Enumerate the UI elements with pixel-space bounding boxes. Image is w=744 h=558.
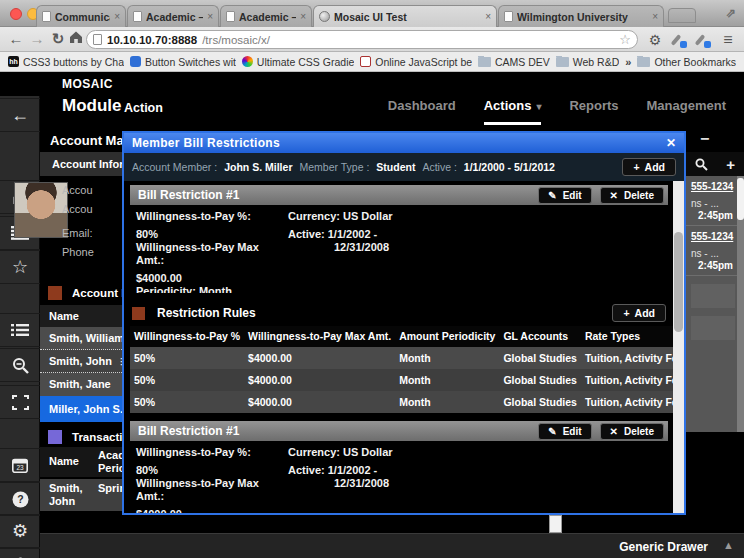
new-tab-button[interactable] bbox=[668, 8, 696, 23]
table-row[interactable]: 50% $4000.00 Month Global Studies Tuitio… bbox=[130, 369, 684, 391]
add-label: Add bbox=[645, 161, 665, 173]
search-icon[interactable] bbox=[695, 158, 708, 171]
tab-label: Wilmington University bbox=[517, 11, 648, 23]
close-icon[interactable]: ✕ bbox=[666, 136, 676, 150]
home-button[interactable] bbox=[66, 29, 86, 49]
phone-link[interactable]: 555-1234 bbox=[691, 231, 735, 242]
screen: Communication – Dash × Academic – Academ… bbox=[0, 0, 744, 558]
generic-drawer-bar[interactable]: Generic Drawer ▲ bbox=[40, 533, 744, 558]
bookmark-item[interactable]: Ultimate CSS Gradie bbox=[242, 56, 354, 68]
calendar-icon[interactable]: 23 bbox=[0, 448, 40, 482]
extension-wrench-icon[interactable] bbox=[672, 33, 686, 47]
member-type-label: Member Type : bbox=[299, 161, 369, 173]
page-scrollbar-thumb[interactable] bbox=[549, 515, 562, 533]
table-row[interactable]: 50% $4000.00 Month Global Studies Tuitio… bbox=[130, 391, 684, 413]
add-icon[interactable]: + bbox=[726, 156, 735, 173]
browser-tab-active[interactable]: Mosaic UI Test × bbox=[313, 5, 497, 27]
tab-close-icon[interactable]: × bbox=[114, 11, 120, 22]
comm-text: ns - ... bbox=[691, 198, 735, 209]
modal-scrollbar-track[interactable] bbox=[673, 181, 684, 515]
tab-close-icon[interactable]: × bbox=[485, 11, 491, 22]
bookmark-folder[interactable]: Web R&D bbox=[556, 56, 619, 68]
delete-button[interactable]: ✕ Delete bbox=[600, 423, 664, 440]
nav-actions[interactable]: Actions▾ bbox=[484, 98, 542, 125]
gear-icon[interactable]: ⚙ bbox=[645, 30, 665, 50]
blue-badge-icon bbox=[130, 56, 141, 67]
minimize-panel-icon[interactable]: − bbox=[700, 130, 709, 148]
expand-icon[interactable] bbox=[0, 385, 40, 419]
edit-button[interactable]: ✎ Edit bbox=[538, 423, 591, 440]
bill-restriction-card: Bill Restriction #1 ✎ Edit ✕ Delete bbox=[130, 421, 668, 515]
bookmark-folder[interactable]: Other Bookmarks bbox=[637, 56, 736, 68]
browser-tab[interactable]: Wilmington University × bbox=[498, 5, 664, 27]
transaction-name: Smith, John bbox=[49, 482, 91, 508]
table-row[interactable]: 50% $4000.00 Month Global Studies Tuitio… bbox=[130, 347, 684, 369]
search-zoom-icon[interactable] bbox=[0, 348, 40, 382]
phone-link[interactable]: 555-1234 bbox=[691, 181, 735, 192]
address-bar[interactable]: 10.10.10.70:8888 /trs/mosaic/x/ ☆ bbox=[86, 30, 638, 49]
page-icon bbox=[226, 11, 235, 22]
nav-actions-label: Actions bbox=[484, 98, 532, 113]
comm-scrollbar-thumb[interactable] bbox=[737, 178, 744, 220]
tab-label: Academic – Academic P bbox=[146, 11, 203, 23]
page-icon bbox=[42, 11, 51, 22]
modal-scrollbar-thumb[interactable] bbox=[674, 232, 683, 332]
comm-entry[interactable]: 555-1234 ns - ... 2:45pm bbox=[686, 226, 744, 276]
comm-entry[interactable]: 555-1234 ns - ... 2:45pm bbox=[686, 176, 744, 226]
member-name: Smith, John bbox=[49, 355, 112, 367]
tab-close-icon[interactable]: × bbox=[300, 11, 306, 22]
rate-types-cell: Tuition, Activity Fee bbox=[581, 347, 684, 369]
browser-tab[interactable]: Academic – Academic P × bbox=[127, 5, 219, 27]
tab-close-icon[interactable]: × bbox=[207, 11, 213, 22]
bookmark-label: CSS3 buttons by Cha bbox=[23, 56, 124, 68]
periodicity-cell: Month bbox=[395, 369, 499, 391]
delete-button[interactable]: ✕ Delete bbox=[600, 187, 664, 204]
folder-icon bbox=[478, 57, 491, 67]
bookmarks-overflow-icon[interactable]: » bbox=[625, 56, 631, 68]
browser-tab[interactable]: Academic – Academic P × bbox=[220, 5, 312, 27]
reload-button[interactable]: ↻ bbox=[48, 29, 68, 49]
max-cell: $4000.00 bbox=[244, 369, 395, 391]
menu-icon[interactable]: ≡ bbox=[718, 30, 738, 50]
tab-label: Academic – Academic P bbox=[239, 11, 296, 23]
bookmark-star-icon[interactable]: ☆ bbox=[619, 32, 631, 47]
wtp-value: 80% bbox=[136, 228, 288, 241]
bookmark-folder[interactable]: CAMS DEV bbox=[478, 56, 550, 68]
comm-text: ns - ... bbox=[691, 248, 735, 259]
forward-button[interactable]: → bbox=[27, 29, 47, 49]
modal-content: Bill Restriction #1 ✎ Edit ✕ Delete bbox=[124, 181, 684, 515]
help-icon[interactable]: ? bbox=[0, 482, 40, 516]
extension-wrench-icon[interactable] bbox=[696, 33, 710, 47]
wtp-cell: 50% bbox=[130, 347, 244, 369]
gear-icon[interactable]: ⚙ bbox=[0, 514, 40, 548]
add-rule-button[interactable]: + Add bbox=[612, 304, 666, 322]
list-icon[interactable] bbox=[0, 313, 40, 347]
page-icon bbox=[93, 34, 102, 45]
nav-reports[interactable]: Reports bbox=[569, 98, 618, 125]
add-bill-restriction-button[interactable]: + Add bbox=[622, 158, 676, 176]
member-bill-restrictions-modal: Member Bill Restrictions ✕ Account Membe… bbox=[122, 131, 686, 515]
nav-management[interactable]: Management bbox=[647, 98, 726, 125]
back-icon[interactable]: ← bbox=[0, 98, 40, 132]
fullscreen-icon[interactable]: ⇗ bbox=[724, 6, 738, 20]
rate-types-cell: Tuition, Activity Fee bbox=[581, 391, 684, 413]
nav-dashboard[interactable]: Dashboard bbox=[388, 98, 456, 125]
back-button[interactable]: ← bbox=[6, 29, 26, 49]
modal-titlebar[interactable]: Member Bill Restrictions ✕ bbox=[124, 133, 684, 153]
bookmark-item[interactable]: hh CSS3 buttons by Cha bbox=[8, 56, 124, 68]
unlock-icon[interactable] bbox=[0, 548, 40, 558]
bookmark-label: Button Switches wit bbox=[145, 56, 236, 68]
bookmark-item[interactable]: Online JavaScript be bbox=[360, 56, 472, 68]
star-icon[interactable]: ☆ bbox=[0, 250, 40, 284]
browser-toolbar: ← → ↻ 10.10.10.70:8888 /trs/mosaic/x/ ☆ … bbox=[0, 27, 744, 52]
edit-button[interactable]: ✎ Edit bbox=[538, 187, 591, 204]
comm-scrollbar-track[interactable] bbox=[737, 176, 744, 432]
close-window-button[interactable] bbox=[10, 8, 22, 20]
bookmark-item[interactable]: Button Switches wit bbox=[130, 56, 236, 68]
account-member-label: Account Member : bbox=[132, 161, 217, 173]
restriction-rules-header: Restriction Rules + Add bbox=[130, 302, 668, 324]
browser-tab[interactable]: Communication – Dash × bbox=[36, 5, 126, 27]
comm-entry-partial bbox=[691, 316, 735, 340]
chevron-up-icon[interactable]: ▲ bbox=[723, 539, 734, 551]
tab-close-icon[interactable]: × bbox=[652, 11, 658, 22]
